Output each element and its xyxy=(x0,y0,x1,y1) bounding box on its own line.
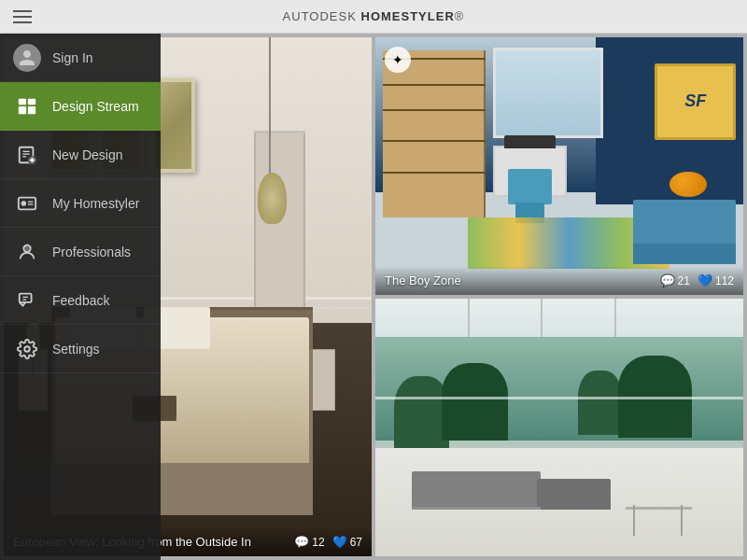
sign-in-label: Sign In xyxy=(52,50,93,65)
card-boyzone-stats: 💬 21 💙 112 xyxy=(660,273,734,287)
boyzone-scene: SF xyxy=(375,37,743,295)
card-european-stats: 💬 12 💙 67 xyxy=(294,535,362,549)
comment-stat-bz: 💬 21 xyxy=(660,273,690,287)
svg-rect-2 xyxy=(19,106,26,114)
sidebar-item-my-homestyler[interactable]: My Homestyler xyxy=(0,179,161,228)
professionals-label: Professionals xyxy=(52,245,131,259)
my-homestyler-icon xyxy=(13,189,41,217)
sidebar-item-feedback[interactable]: Feedback xyxy=(0,276,161,325)
comment-stat: 💬 12 xyxy=(294,535,324,549)
avatar-icon xyxy=(13,44,41,72)
modern-scene xyxy=(375,299,743,556)
card-boyzone-title: The Boy Zone xyxy=(385,273,461,287)
new-design-icon xyxy=(13,141,41,169)
user-card-svg xyxy=(17,193,37,214)
sidebar-item-design-stream[interactable]: Design Stream xyxy=(0,82,161,131)
svg-rect-1 xyxy=(28,98,35,104)
design-stream-label: Design Stream xyxy=(52,99,139,114)
svg-point-20 xyxy=(24,346,30,352)
stream-svg xyxy=(17,96,37,117)
comment-icon-bz: 💬 xyxy=(660,273,675,287)
settings-icon xyxy=(13,335,41,363)
sidebar-item-new-design[interactable]: New Design xyxy=(0,131,161,179)
feedback-label: Feedback xyxy=(52,293,109,308)
comment-count-bz: 21 xyxy=(678,274,690,287)
stream-icon xyxy=(13,92,41,120)
sidebar-item-settings[interactable]: Settings xyxy=(0,325,161,373)
app-title-tm: ® xyxy=(455,9,465,23)
feedback-svg xyxy=(17,290,37,311)
sidebar: Sign In Design Stream xyxy=(0,34,161,560)
like-stat: 💙 67 xyxy=(332,535,362,549)
feedback-icon xyxy=(13,287,41,315)
my-homestyler-label: My Homestyler xyxy=(52,196,139,211)
card-modern-living[interactable] xyxy=(375,299,743,556)
app-title-brand: HOMESTYLER xyxy=(361,9,455,23)
svg-point-12 xyxy=(21,201,26,206)
main-area: ✦ European View: Looking from the Outsid… xyxy=(0,34,747,560)
like-stat-bz: 💙 112 xyxy=(698,273,734,287)
like-count-bz: 112 xyxy=(715,274,734,287)
svg-rect-3 xyxy=(28,106,35,114)
wand-icon-boyzone: ✦ xyxy=(385,47,411,73)
professionals-icon xyxy=(13,238,41,266)
like-icon: 💙 xyxy=(332,535,347,549)
new-design-svg xyxy=(17,145,37,165)
card-boy-zone[interactable]: SF ✦ The Boy Zone 💬 21 xyxy=(375,37,743,295)
person-icon xyxy=(18,49,36,67)
app-title: AUTODESK HOMESTYLER® xyxy=(283,9,465,23)
app-title-prefix: AUTODESK xyxy=(283,9,357,23)
svg-rect-17 xyxy=(20,293,32,301)
svg-rect-0 xyxy=(19,98,26,104)
new-design-label: New Design xyxy=(52,147,122,162)
comment-icon: 💬 xyxy=(294,535,309,549)
gear-svg xyxy=(17,339,37,359)
comment-count: 12 xyxy=(312,536,324,549)
settings-label: Settings xyxy=(52,342,100,357)
menu-icon[interactable] xyxy=(13,10,32,23)
sidebar-item-professionals[interactable]: Professionals xyxy=(0,228,161,276)
like-count: 67 xyxy=(350,536,362,549)
card-boyzone-overlay: The Boy Zone 💬 21 💙 112 xyxy=(375,266,743,295)
badge-svg xyxy=(17,242,37,262)
top-bar: AUTODESK HOMESTYLER® xyxy=(0,0,747,34)
sidebar-item-sign-in[interactable]: Sign In xyxy=(0,34,161,82)
like-icon-bz: 💙 xyxy=(698,273,712,287)
